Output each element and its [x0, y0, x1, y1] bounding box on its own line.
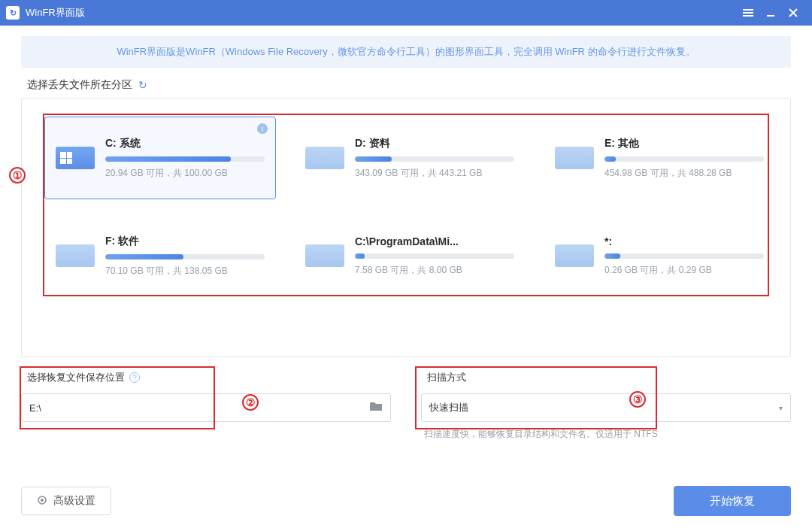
info-banner: WinFR界面版是WinFR（Windows File Recovery，微软官… [21, 36, 791, 68]
drive-name: F: 软件 [105, 235, 265, 248]
drive-card[interactable]: C:\ProgramData\Mi...7.58 GB 可用，共 8.00 GB [294, 214, 526, 297]
start-recovery-label: 开始恢复 [710, 494, 755, 508]
close-icon [789, 8, 798, 17]
scan-mode-column: 扫描方式 快速扫描 ▾ 扫描速度快，能够恢复目录结构和文件名。仅适用于 NTFS [421, 371, 791, 441]
footer: 高级设置 开始恢复 [21, 486, 791, 516]
minimize-button[interactable] [759, 0, 782, 26]
bottom-row: 选择恢复文件保存位置 ? E:\ 扫描方式 快速扫描 ▾ 扫描速度快，能够恢复目… [21, 371, 791, 441]
scan-mode-value: 快速扫描 [429, 401, 779, 414]
drive-icon [305, 244, 344, 267]
drive-usage-bar [604, 253, 764, 259]
drive-name: C:\ProgramData\Mi... [355, 235, 514, 247]
drive-card[interactable]: *:0.26 GB 可用，共 0.29 GB [544, 214, 775, 297]
drive-info: *:0.26 GB 可用，共 0.29 GB [604, 235, 764, 277]
drive-usage-bar [355, 253, 514, 259]
drive-info: F: 软件70.10 GB 可用，共 138.05 GB [105, 235, 265, 278]
drive-grid: iC: 系统20.94 GB 可用，共 100.00 GBD: 资料343.09… [44, 117, 775, 297]
hamburger-icon [742, 8, 754, 17]
folder-icon[interactable] [369, 401, 383, 414]
drive-name: E: 其他 [604, 137, 764, 150]
info-icon[interactable]: i [257, 123, 268, 134]
advanced-settings-label: 高级设置 [53, 494, 95, 508]
drive-usage-bar [105, 254, 265, 259]
drive-stats: 0.26 GB 可用，共 0.29 GB [604, 264, 764, 277]
drive-info: E: 其他454.98 GB 可用，共 488.28 GB [604, 137, 764, 180]
start-recovery-button[interactable]: 开始恢复 [674, 486, 791, 516]
drive-icon [56, 244, 95, 267]
advanced-settings-button[interactable]: 高级设置 [21, 487, 111, 515]
drive-card[interactable]: E: 其他454.98 GB 可用，共 488.28 GB [544, 117, 775, 199]
scan-mode-label: 扫描方式 [427, 371, 791, 384]
help-icon[interactable]: ? [129, 372, 140, 383]
drive-usage-bar [105, 156, 265, 162]
drive-stats: 454.98 GB 可用，共 488.28 GB [604, 167, 764, 180]
drive-icon [305, 147, 344, 169]
drive-stats: 343.09 GB 可用，共 443.21 GB [355, 167, 514, 180]
save-location-column: 选择恢复文件保存位置 ? E:\ [21, 371, 391, 441]
chevron-down-icon: ▾ [779, 404, 783, 412]
drive-info: C:\ProgramData\Mi...7.58 GB 可用，共 8.00 GB [355, 235, 514, 277]
save-location-input[interactable]: E:\ [21, 393, 391, 422]
drive-name: C: 系统 [105, 137, 265, 150]
app-title: WinFR界面版 [26, 6, 85, 20]
drive-name: *: [604, 235, 764, 247]
drive-card[interactable]: iC: 系统20.94 GB 可用，共 100.00 GB [44, 117, 276, 199]
partition-panel: iC: 系统20.94 GB 可用，共 100.00 GBD: 资料343.09… [21, 98, 791, 357]
refresh-icon[interactable]: ↻ [138, 79, 147, 91]
drive-info: C: 系统20.94 GB 可用，共 100.00 GB [105, 137, 265, 180]
info-banner-text: WinFR界面版是WinFR（Windows File Recovery，微软官… [117, 46, 695, 57]
close-button[interactable] [782, 0, 804, 26]
drive-name: D: 资料 [355, 137, 514, 150]
svg-point-7 [41, 499, 44, 502]
drive-stats: 7.58 GB 可用，共 8.00 GB [355, 264, 514, 277]
drive-card[interactable]: F: 软件70.10 GB 可用，共 138.05 GB [44, 214, 276, 297]
select-partition-heading: 选择丢失文件所在分区 ↻ [27, 78, 791, 92]
drive-usage-bar [355, 156, 514, 162]
menu-button[interactable] [737, 0, 759, 26]
drive-icon [555, 244, 594, 267]
drive-info: D: 资料343.09 GB 可用，共 443.21 GB [355, 137, 514, 180]
section-label: 选择丢失文件所在分区 [27, 78, 132, 92]
drive-icon [555, 147, 594, 169]
drive-stats: 20.94 GB 可用，共 100.00 GB [105, 167, 265, 180]
drive-stats: 70.10 GB 可用，共 138.05 GB [105, 265, 265, 278]
drive-card[interactable]: D: 资料343.09 GB 可用，共 443.21 GB [294, 117, 526, 199]
drive-usage-bar [604, 156, 764, 162]
scan-mode-helper: 扫描速度快，能够恢复目录结构和文件名。仅适用于 NTFS [424, 428, 791, 441]
save-location-label: 选择恢复文件保存位置 ? [27, 371, 391, 384]
drive-icon [56, 147, 95, 169]
gear-icon [37, 495, 47, 508]
minimize-icon [765, 8, 776, 18]
scan-mode-select[interactable]: 快速扫描 ▾ [421, 393, 791, 422]
app-logo-icon: ↻ [6, 6, 20, 20]
titlebar: ↻ WinFR界面版 [0, 0, 812, 26]
save-location-value: E:\ [29, 402, 369, 414]
